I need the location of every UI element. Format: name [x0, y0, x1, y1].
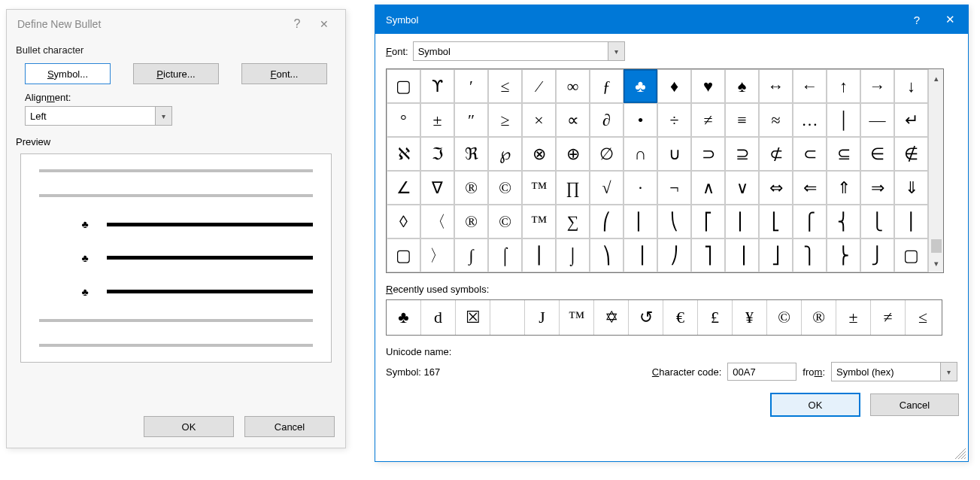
recent-symbol-cell[interactable]: ®: [802, 300, 836, 335]
recent-symbol-cell[interactable]: ✡: [594, 300, 629, 335]
recent-symbol-cell[interactable]: ≤: [906, 300, 940, 335]
symbol-cell[interactable]: ▢: [894, 238, 928, 272]
symbol-cell[interactable]: ∇: [420, 171, 454, 205]
symbol-cell[interactable]: √: [590, 171, 623, 205]
symbol-cell[interactable]: ⎥: [725, 238, 759, 272]
recent-symbol-cell[interactable]: ↺: [629, 300, 663, 335]
symbol-cell[interactable]: ±: [420, 103, 454, 137]
symbol-cell[interactable]: ∞: [556, 69, 590, 103]
symbol-cell[interactable]: ™: [522, 205, 556, 238]
symbol-cell[interactable]: ⎟: [623, 238, 657, 272]
symbol-cell[interactable]: ⇒: [860, 171, 894, 205]
recent-symbol-cell[interactable]: d: [421, 300, 456, 335]
symbol-cell[interactable]: ≠: [691, 103, 725, 137]
symbol-cell[interactable]: ≤: [488, 69, 522, 103]
scroll-thumb[interactable]: [931, 239, 942, 253]
symbol-cell[interactable]: ∏: [556, 171, 590, 205]
symbol-cell[interactable]: ⎞: [590, 238, 623, 272]
recent-symbol-cell[interactable]: ±: [836, 300, 871, 335]
recent-symbol-cell[interactable]: J: [525, 300, 560, 335]
symbol-cell[interactable]: ↵: [894, 103, 928, 137]
symbol-cell[interactable]: •: [623, 103, 657, 137]
scroll-down-icon[interactable]: ▾: [934, 257, 939, 269]
symbol-cell[interactable]: ×: [522, 103, 556, 137]
symbol-scrollbar[interactable]: ▴ ▾: [928, 69, 943, 272]
help-button[interactable]: ?: [900, 7, 933, 32]
symbol-cell[interactable]: ∨: [725, 171, 759, 205]
symbol-cell[interactable]: ⇔: [759, 171, 793, 205]
recent-symbol-cell[interactable]: ☒: [456, 300, 490, 335]
symbol-cell[interactable]: ℵ: [387, 137, 420, 171]
symbol-cell[interactable]: ≡: [725, 103, 759, 137]
symbol-cell[interactable]: ♦: [657, 69, 691, 103]
symbol-cell[interactable]: ⇓: [894, 171, 928, 205]
symbol-cell[interactable]: ←: [793, 69, 827, 103]
symbol-cell[interactable]: ↓: [894, 69, 928, 103]
symbol-cell[interactable]: ⎢: [725, 205, 759, 238]
close-button[interactable]: ✕: [933, 7, 966, 32]
symbol-cell[interactable]: ⎧: [793, 205, 827, 238]
font-combo[interactable]: Symbol ▾: [413, 41, 625, 61]
symbol-cell[interactable]: ∝: [556, 103, 590, 137]
cancel-button[interactable]: Cancel: [244, 416, 335, 437]
symbol-cell[interactable]: ∅: [590, 137, 623, 171]
symbol-cell[interactable]: ⊗: [522, 137, 556, 171]
symbol-cell[interactable]: ⊂: [793, 137, 827, 171]
symbol-cell[interactable]: ′: [454, 69, 488, 103]
symbol-cell[interactable]: …: [793, 103, 827, 137]
symbol-cell[interactable]: ⎡: [691, 205, 725, 238]
symbol-cell[interactable]: ∂: [590, 103, 623, 137]
symbol-cell[interactable]: ⎮: [522, 238, 556, 272]
symbol-cell[interactable]: ⎝: [657, 205, 691, 238]
from-combo[interactable]: Symbol (hex) ▾: [831, 362, 957, 381]
symbol-cell[interactable]: ⎛: [590, 205, 623, 238]
ok-button[interactable]: OK: [144, 416, 234, 437]
symbol-cell[interactable]: ℘: [488, 137, 522, 171]
symbol-cell[interactable]: ⎦: [759, 238, 793, 272]
symbol-cell[interactable]: ↔: [759, 69, 793, 103]
symbol-cell[interactable]: ⎫: [793, 238, 827, 272]
symbol-cell[interactable]: °: [387, 103, 420, 137]
symbol-cell[interactable]: ∧: [691, 171, 725, 205]
symbol-cell[interactable]: ♠: [725, 69, 759, 103]
symbol-cell[interactable]: ®: [454, 171, 488, 205]
symbol-cell[interactable]: ℑ: [420, 137, 454, 171]
font-button[interactable]: Font...: [241, 63, 327, 84]
recent-symbol-cell[interactable]: [490, 300, 525, 335]
symbol-cell[interactable]: ⊇: [725, 137, 759, 171]
symbol-cell[interactable]: ≈: [759, 103, 793, 137]
recent-symbol-cell[interactable]: ♣: [387, 300, 421, 335]
symbol-cell[interactable]: │: [827, 103, 860, 137]
symbol-button[interactable]: Symbol...: [25, 63, 111, 84]
symbol-cell[interactable]: —: [860, 103, 894, 137]
symbol-cell[interactable]: →: [860, 69, 894, 103]
symbol-cell[interactable]: ∈: [860, 137, 894, 171]
symbol-cell[interactable]: ⊄: [759, 137, 793, 171]
symbol-cell[interactable]: ⎜: [623, 205, 657, 238]
symbol-cell[interactable]: ÷: [657, 103, 691, 137]
symbol-cell[interactable]: ®: [454, 205, 488, 238]
symbol-cell[interactable]: ⎨: [827, 205, 860, 238]
symbol-cell[interactable]: ″: [454, 103, 488, 137]
symbol-cell[interactable]: ·: [623, 171, 657, 205]
symbol-cell[interactable]: ⊕: [556, 137, 590, 171]
recent-symbol-cell[interactable]: ©: [767, 300, 802, 335]
picture-button[interactable]: Picture...: [133, 63, 219, 84]
symbol-cell[interactable]: ∉: [894, 137, 928, 171]
symbol-cell[interactable]: ∠: [387, 171, 420, 205]
recent-symbol-cell[interactable]: ≠: [871, 300, 906, 335]
symbol-cell[interactable]: ⌠: [488, 238, 522, 272]
symbol-cell[interactable]: ◊: [387, 205, 420, 238]
symbol-cell[interactable]: ⎪: [894, 205, 928, 238]
alignment-combo[interactable]: Left ▾: [25, 106, 172, 126]
symbol-cell[interactable]: ▢: [387, 238, 420, 272]
help-button[interactable]: ?: [284, 14, 311, 34]
recent-symbol-cell[interactable]: €: [663, 300, 698, 335]
symbol-cell[interactable]: ≥: [488, 103, 522, 137]
symbol-cell[interactable]: ⌡: [556, 238, 590, 272]
symbol-cell[interactable]: ⁄: [522, 69, 556, 103]
recent-symbol-cell[interactable]: £: [698, 300, 733, 335]
symbol-cell[interactable]: 〈: [420, 205, 454, 238]
symbol-cell[interactable]: ⎬: [827, 238, 860, 272]
symbol-cell[interactable]: ⎤: [691, 238, 725, 272]
